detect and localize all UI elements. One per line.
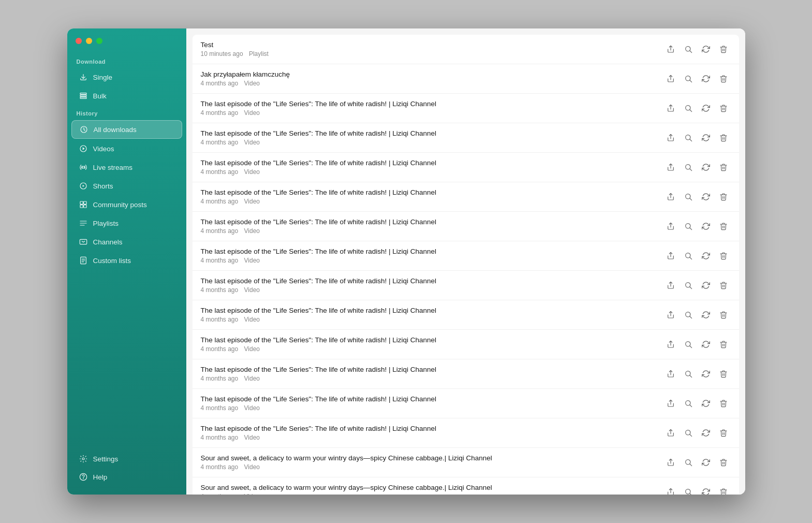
search-button[interactable]: [681, 71, 696, 86]
search-button[interactable]: [681, 337, 696, 352]
list-item-time: 4 months ago: [201, 345, 239, 353]
refresh-button[interactable]: [699, 130, 713, 145]
share-button[interactable]: [663, 396, 678, 411]
list-item-info: Test 10 minutes ago Playlist: [201, 41, 659, 57]
section-history-label: History: [67, 105, 186, 120]
search-button[interactable]: [681, 249, 696, 263]
svg-line-46: [690, 375, 692, 377]
refresh-button[interactable]: [699, 308, 713, 322]
list-item-type: Video: [244, 463, 260, 471]
sidebar-item-shorts[interactable]: Shorts: [71, 177, 182, 195]
share-button[interactable]: [663, 308, 678, 322]
search-button[interactable]: [681, 485, 696, 495]
delete-button[interactable]: [716, 249, 731, 263]
refresh-button[interactable]: [699, 71, 713, 86]
list-item-info: The last episode of the "Life Series": T…: [201, 307, 659, 323]
grid-icon: [79, 200, 88, 209]
sidebar-item-channels[interactable]: Channels: [71, 233, 182, 251]
sidebar-item-single[interactable]: Single: [71, 68, 182, 86]
refresh-button[interactable]: [699, 190, 713, 204]
delete-button[interactable]: [716, 485, 731, 495]
delete-button[interactable]: [716, 367, 731, 381]
delete-button[interactable]: [716, 219, 731, 234]
delete-button[interactable]: [716, 308, 731, 322]
search-button[interactable]: [681, 219, 696, 234]
delete-button[interactable]: [716, 71, 731, 86]
delete-button[interactable]: [716, 337, 731, 352]
share-button[interactable]: [663, 249, 678, 263]
sidebar-item-custom-lists[interactable]: Custom lists: [71, 252, 182, 269]
refresh-button[interactable]: [699, 426, 713, 440]
refresh-button[interactable]: [699, 278, 713, 293]
delete-button[interactable]: [716, 426, 731, 440]
sidebar-item-help-label: Help: [93, 473, 108, 481]
maximize-button[interactable]: [96, 38, 102, 44]
search-button[interactable]: [681, 130, 696, 145]
sidebar-item-bulk[interactable]: Bulk: [71, 87, 182, 105]
list-item-title: The last episode of the "Life Series": T…: [201, 395, 659, 403]
refresh-button[interactable]: [699, 337, 713, 352]
search-button[interactable]: [681, 190, 696, 204]
sidebar-item-live-streams[interactable]: Live streams: [71, 158, 182, 176]
delete-button[interactable]: [716, 42, 731, 56]
share-button[interactable]: [663, 130, 678, 145]
sidebar-item-help[interactable]: Help: [71, 468, 182, 486]
delete-button[interactable]: [716, 101, 731, 115]
search-button[interactable]: [681, 367, 696, 381]
search-button[interactable]: [681, 455, 696, 470]
delete-button[interactable]: [716, 190, 731, 204]
sidebar-item-all-downloads[interactable]: All downloads: [71, 120, 182, 139]
list-item-title: The last episode of the "Life Series": T…: [201, 336, 659, 344]
refresh-button[interactable]: [699, 485, 713, 495]
search-button[interactable]: [681, 308, 696, 322]
search-button[interactable]: [681, 396, 696, 411]
svg-line-34: [690, 198, 692, 200]
delete-button[interactable]: [716, 396, 731, 411]
list-item-title: The last episode of the "Life Series": T…: [201, 100, 659, 108]
share-button[interactable]: [663, 42, 678, 56]
search-button[interactable]: [681, 42, 696, 56]
refresh-button[interactable]: [699, 455, 713, 470]
delete-button[interactable]: [716, 455, 731, 470]
sidebar-item-playlists[interactable]: Playlists: [71, 214, 182, 232]
delete-button[interactable]: [716, 278, 731, 293]
share-button[interactable]: [663, 71, 678, 86]
refresh-button[interactable]: [699, 367, 713, 381]
refresh-button[interactable]: [699, 160, 713, 175]
refresh-button[interactable]: [699, 219, 713, 234]
close-button[interactable]: [76, 38, 82, 44]
minimize-button[interactable]: [86, 38, 92, 44]
share-button[interactable]: [663, 337, 678, 352]
share-button[interactable]: [663, 101, 678, 115]
share-button[interactable]: [663, 455, 678, 470]
share-button[interactable]: [663, 190, 678, 204]
share-button[interactable]: [663, 426, 678, 440]
list-item-meta: 4 months ago Video: [201, 404, 659, 412]
refresh-button[interactable]: [699, 101, 713, 115]
refresh-button[interactable]: [699, 42, 713, 56]
share-button[interactable]: [663, 485, 678, 495]
svg-point-6: [82, 166, 84, 168]
sidebar-item-community-posts-label: Community posts: [93, 201, 147, 209]
sidebar-item-settings[interactable]: Settings: [71, 450, 182, 468]
list-item: The last episode of the "Life Series": T…: [193, 241, 739, 271]
list-item-info: The last episode of the "Life Series": T…: [201, 395, 659, 412]
share-button[interactable]: [663, 219, 678, 234]
refresh-button[interactable]: [699, 249, 713, 263]
list-item-actions: [663, 101, 731, 115]
search-button[interactable]: [681, 278, 696, 293]
sidebar-item-videos[interactable]: Videos: [71, 140, 182, 157]
search-button[interactable]: [681, 160, 696, 175]
share-button[interactable]: [663, 278, 678, 293]
delete-button[interactable]: [716, 130, 731, 145]
search-button[interactable]: [681, 101, 696, 115]
list-item-time: 4 months ago: [201, 139, 239, 146]
refresh-button[interactable]: [699, 396, 713, 411]
sidebar-item-settings-label: Settings: [93, 455, 119, 463]
delete-button[interactable]: [716, 160, 731, 175]
sidebar-item-community-posts[interactable]: Community posts: [71, 196, 182, 213]
search-button[interactable]: [681, 426, 696, 440]
list-item: The last episode of the "Life Series": T…: [193, 182, 739, 212]
share-button[interactable]: [663, 160, 678, 175]
share-button[interactable]: [663, 367, 678, 381]
